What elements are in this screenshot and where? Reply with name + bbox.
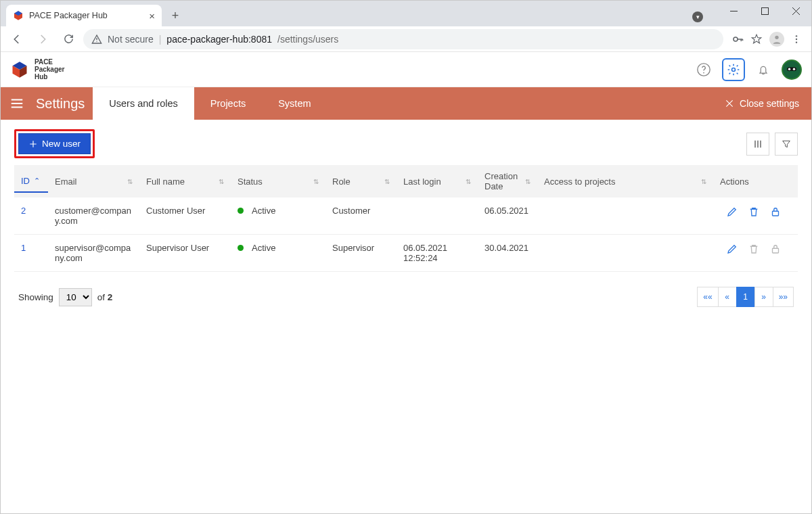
cell-actions xyxy=(713,240,798,258)
svg-point-1 xyxy=(96,41,97,41)
saved-password-icon[interactable] xyxy=(731,33,744,45)
svg-point-9 xyxy=(732,68,736,71)
sort-icon: ⇅ xyxy=(525,180,531,183)
cell-role: Customer xyxy=(325,203,397,218)
sort-icon: ⇅ xyxy=(219,180,224,183)
browser-tab[interactable]: PACE Packager Hub × xyxy=(6,5,162,26)
window-maximize-button[interactable] xyxy=(749,1,780,21)
status-dot-icon xyxy=(238,245,244,251)
nav-reload-button[interactable] xyxy=(58,28,79,50)
lock-icon[interactable] xyxy=(769,243,782,255)
browser-menu-icon[interactable] xyxy=(791,34,802,45)
notifications-bell-icon[interactable] xyxy=(752,58,775,81)
window-close-button[interactable] xyxy=(780,1,811,21)
th-access[interactable]: Access to projects⇅ xyxy=(537,171,713,192)
settings-gear-icon[interactable] xyxy=(722,58,745,81)
cell-role: Supervisor xyxy=(325,240,397,256)
tab-system[interactable]: System xyxy=(262,87,327,120)
tab-overflow-icon[interactable]: ▾ xyxy=(692,11,703,22)
profile-avatar-icon[interactable] xyxy=(769,32,784,47)
svg-point-12 xyxy=(788,68,790,70)
cell-full-name: Customer User xyxy=(139,203,231,218)
delete-icon[interactable] xyxy=(748,206,760,218)
tab-users-and-roles[interactable]: Users and roles xyxy=(93,87,194,120)
columns-button[interactable] xyxy=(746,133,769,156)
cell-full-name: Supervisor User xyxy=(139,240,231,256)
cell-last-login xyxy=(397,203,478,208)
users-toolbar: New user xyxy=(1,120,811,165)
app-logo[interactable]: PACEPackagerHub xyxy=(10,58,64,80)
menu-hamburger-icon[interactable] xyxy=(1,87,33,120)
cell-access xyxy=(537,240,713,246)
filter-button[interactable] xyxy=(775,133,798,156)
sort-icon: ⇅ xyxy=(701,180,706,183)
bookmark-star-icon[interactable] xyxy=(750,33,763,45)
url-path: /settings/users xyxy=(277,34,338,45)
th-status[interactable]: Status⇅ xyxy=(231,171,325,192)
nav-forward-button[interactable] xyxy=(32,28,53,50)
cell-last-login: 06.05.2021 12:52:24 xyxy=(397,240,478,266)
app-header: PACEPackagerHub xyxy=(1,52,811,87)
cell-creation-date: 30.04.2021 xyxy=(478,240,537,256)
edit-icon[interactable] xyxy=(726,243,738,255)
pager-next[interactable]: » xyxy=(754,287,773,307)
close-settings-button[interactable]: Close settings xyxy=(713,87,811,120)
new-user-highlight: New user xyxy=(14,129,95,158)
sort-icon: ⇅ xyxy=(313,180,319,183)
window-minimize-button[interactable] xyxy=(718,1,749,21)
th-creation-date[interactable]: Creation Date⇅ xyxy=(478,166,537,197)
sort-asc-icon: ⌃ xyxy=(34,177,40,185)
cell-email: customer@company.com xyxy=(48,203,139,229)
cell-actions xyxy=(713,203,798,220)
address-bar[interactable]: Not secure | pace-packager-hub:8081/sett… xyxy=(83,29,723,49)
nav-back-button[interactable] xyxy=(6,28,28,50)
cell-id: 1 xyxy=(14,240,48,256)
user-avatar[interactable] xyxy=(782,60,802,80)
pager: Showing 10 of 2 «« « 1 » »» xyxy=(1,272,811,322)
close-icon xyxy=(725,99,734,108)
table-header: ID⌃ Email⇅ Full name⇅ Status⇅ Role⇅ Last… xyxy=(14,165,798,197)
users-table: ID⌃ Email⇅ Full name⇅ Status⇅ Role⇅ Last… xyxy=(14,165,798,272)
sort-icon: ⇅ xyxy=(127,180,133,183)
cell-status: Active xyxy=(231,203,325,218)
status-dot-icon xyxy=(238,208,244,214)
help-icon[interactable] xyxy=(692,58,715,81)
cell-id: 2 xyxy=(14,203,48,218)
new-tab-button[interactable]: + xyxy=(166,6,185,25)
browser-tab-title: PACE Packager Hub xyxy=(29,11,108,20)
cell-creation-date: 06.05.2021 xyxy=(478,203,537,218)
pager-first[interactable]: «« xyxy=(697,287,718,307)
cell-status: Active xyxy=(231,240,325,256)
new-user-button[interactable]: New user xyxy=(18,133,91,154)
pager-last[interactable]: »» xyxy=(773,287,794,307)
table-row: 1 supervisor@company.com Supervisor User… xyxy=(14,235,798,272)
pager-total: 2 xyxy=(108,292,113,302)
tab-close-icon[interactable]: × xyxy=(149,10,155,22)
svg-point-2 xyxy=(734,37,738,41)
th-id[interactable]: ID⌃ xyxy=(14,170,48,193)
page-title: Settings xyxy=(33,87,93,120)
th-actions: Actions xyxy=(713,171,798,192)
th-last-login[interactable]: Last login⇅ xyxy=(397,171,478,192)
th-full-name[interactable]: Full name⇅ xyxy=(139,171,231,192)
svg-rect-0 xyxy=(761,7,768,14)
plus-icon xyxy=(28,139,38,149)
not-secure-label: Not secure xyxy=(108,34,154,45)
sort-icon: ⇅ xyxy=(466,180,471,183)
delete-icon[interactable] xyxy=(748,243,760,255)
browser-toolbar: Not secure | pace-packager-hub:8081/sett… xyxy=(1,26,811,52)
tab-projects[interactable]: Projects xyxy=(194,87,262,120)
lock-icon[interactable] xyxy=(769,206,782,218)
pager-prev[interactable]: « xyxy=(718,287,737,307)
svg-rect-14 xyxy=(773,211,779,216)
svg-point-3 xyxy=(775,35,778,39)
svg-point-6 xyxy=(796,41,797,43)
th-email[interactable]: Email⇅ xyxy=(48,171,139,192)
page-size-select[interactable]: 10 xyxy=(59,288,92,306)
pager-page-1[interactable]: 1 xyxy=(736,287,755,307)
url-host: pace-packager-hub:8081 xyxy=(166,34,272,45)
th-role[interactable]: Role⇅ xyxy=(325,171,397,192)
favicon-icon xyxy=(13,10,24,21)
settings-nav: Settings Users and roles Projects System… xyxy=(1,87,811,120)
edit-icon[interactable] xyxy=(726,206,738,218)
